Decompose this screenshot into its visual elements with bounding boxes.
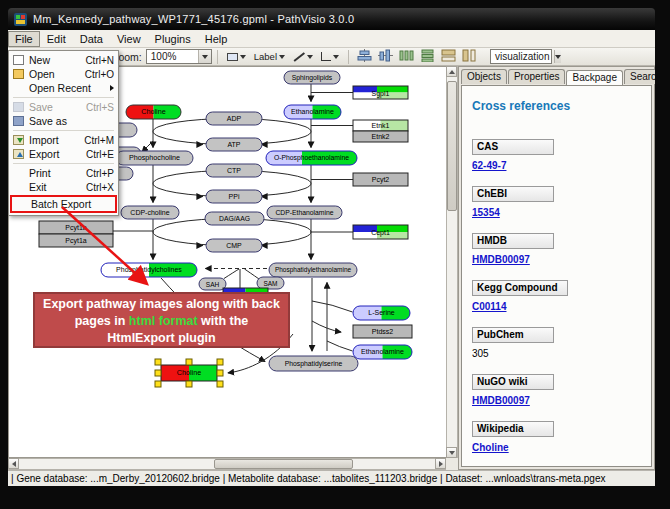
visualization-dropdown-button[interactable] bbox=[554, 50, 561, 63]
scroll-left-button[interactable] bbox=[8, 458, 19, 469]
backpage-section-wikipedia: Wikipedia Choline bbox=[472, 421, 651, 453]
file-menu-item-import[interactable]: Import Ctrl+M bbox=[10, 133, 117, 147]
menu-file[interactable]: File bbox=[8, 31, 40, 47]
tab-properties[interactable]: Properties bbox=[508, 69, 566, 84]
node-sam[interactable]: SAM bbox=[257, 277, 284, 289]
cas-link[interactable]: 62-49-7 bbox=[472, 160, 506, 171]
distribute-vertical-button[interactable] bbox=[420, 49, 435, 64]
node-pcyt1b[interactable]: Pcyt1b bbox=[39, 221, 113, 234]
file-menu-item-save-as[interactable]: Save as bbox=[10, 114, 117, 128]
svg-text:Ptdss2: Ptdss2 bbox=[372, 328, 394, 335]
svg-text:DAG/AAG: DAG/AAG bbox=[219, 215, 250, 222]
node-cmp[interactable]: CMP bbox=[206, 239, 262, 252]
file-menu-item-open[interactable]: Open Ctrl+O bbox=[10, 67, 117, 81]
datanode-tool-button[interactable] bbox=[223, 51, 250, 63]
canvas-horizontal-scrollbar[interactable] bbox=[8, 458, 446, 470]
distribute-horizontal-button[interactable] bbox=[399, 49, 414, 64]
file-menu-item-new[interactable]: New Ctrl+N bbox=[10, 53, 117, 67]
file-menu-item-exit[interactable]: Exit Ctrl+X bbox=[10, 180, 117, 194]
new-file-icon bbox=[13, 55, 24, 65]
label-tool-button[interactable]: Label bbox=[250, 49, 289, 64]
scroll-up-button[interactable] bbox=[446, 66, 457, 77]
node-cdp-choline[interactable]: CDP-choline bbox=[121, 206, 179, 219]
visualization-value: visualization bbox=[491, 51, 553, 62]
chevron-down-icon bbox=[279, 55, 285, 59]
common-width-button[interactable] bbox=[441, 49, 456, 64]
menu-plugins[interactable]: Plugins bbox=[148, 31, 198, 47]
connector-icon bbox=[321, 52, 331, 61]
menu-data[interactable]: Data bbox=[73, 31, 110, 47]
side-panel: Objects Properties Backpage Search Legen… bbox=[458, 66, 655, 470]
align-center-x-button[interactable] bbox=[357, 49, 372, 64]
open-folder-icon bbox=[13, 69, 24, 79]
canvas-vertical-scrollbar[interactable] bbox=[446, 66, 458, 458]
file-menu-dropdown: New Ctrl+N Open Ctrl+O Open Recent Save … bbox=[8, 50, 119, 216]
common-height-button[interactable] bbox=[462, 49, 477, 64]
node-ptdss2[interactable]: Ptdss2 bbox=[353, 325, 412, 338]
node-sah[interactable]: SAH bbox=[199, 278, 226, 290]
node-l-serine[interactable]: L-Serine bbox=[353, 306, 410, 320]
app-icon bbox=[14, 13, 27, 26]
node-sphingolipids[interactable]: Sphingolipids bbox=[284, 71, 340, 84]
hmdb-link[interactable]: HMDB00097 bbox=[472, 254, 530, 265]
datanode-icon bbox=[227, 53, 238, 61]
menu-separator bbox=[13, 130, 114, 131]
section-title: Wikipedia bbox=[472, 421, 554, 437]
node-cept1[interactable]: Cept1 bbox=[353, 225, 408, 239]
callout-line2-pre: pages in bbox=[75, 314, 129, 328]
chebi-link[interactable]: 15354 bbox=[472, 207, 500, 218]
file-menu-item-print[interactable]: Print Ctrl+P bbox=[10, 166, 117, 180]
export-icon bbox=[13, 149, 24, 159]
node-etnk1[interactable]: Etnk1 bbox=[353, 120, 408, 131]
toolbar-separator bbox=[348, 50, 349, 64]
node-phosphatidylserine[interactable]: Phosphatidylserine bbox=[269, 356, 358, 371]
connector-tool-button[interactable] bbox=[317, 50, 343, 63]
node-phosphatidylethanolamine[interactable]: Phosphatidylethanolamine bbox=[269, 263, 357, 277]
node-ctp[interactable]: CTP bbox=[206, 164, 262, 177]
node-choline-selected[interactable]: Choline bbox=[155, 359, 223, 387]
node-phosphatidylcholines[interactable]: Phosphatidylcholines bbox=[101, 263, 197, 277]
node-phosphocholine[interactable]: Phosphocholine bbox=[116, 151, 193, 165]
kegg-link[interactable]: C00114 bbox=[472, 301, 506, 312]
node-pcyt1a[interactable]: Pcyt1a bbox=[39, 234, 113, 247]
line-tool-button[interactable] bbox=[289, 50, 317, 64]
wikipedia-link[interactable]: Choline bbox=[472, 442, 509, 453]
node-dag-aag[interactable]: DAG/AAG bbox=[205, 212, 264, 225]
save-icon bbox=[13, 102, 24, 112]
zoom-dropdown-button[interactable] bbox=[198, 50, 211, 63]
node-adp[interactable]: ADP bbox=[206, 112, 262, 125]
node-choline[interactable]: Choline bbox=[126, 105, 181, 119]
node-sgpl1[interactable]: Sgpl1 bbox=[353, 86, 408, 99]
node-cdp-ethanolamine[interactable]: CDP-Ethanolamine bbox=[267, 206, 342, 219]
tab-backpage[interactable]: Backpage bbox=[566, 70, 622, 85]
align-center-y-button[interactable] bbox=[378, 49, 393, 64]
node-ethanolamine-2[interactable]: Ethanolamine bbox=[353, 345, 412, 359]
line-icon bbox=[293, 52, 305, 62]
file-menu-item-batch-export[interactable]: Batch Export bbox=[12, 197, 115, 211]
menu-icon-spacer bbox=[13, 168, 24, 178]
tab-search[interactable]: Search bbox=[624, 69, 655, 84]
tab-objects[interactable]: Objects bbox=[461, 69, 507, 84]
node-etnk2[interactable]: Etnk2 bbox=[353, 131, 408, 142]
horizontal-scroll-thumb[interactable] bbox=[214, 459, 353, 469]
node-ppi[interactable]: PPi bbox=[206, 190, 262, 203]
zoom-combobox[interactable]: 100% bbox=[146, 49, 212, 64]
menu-help[interactable]: Help bbox=[198, 31, 235, 47]
scroll-right-button[interactable] bbox=[435, 458, 446, 469]
svg-text:Etnk2: Etnk2 bbox=[372, 133, 390, 140]
svg-text:Choline: Choline bbox=[141, 107, 165, 116]
backpage-section-pubchem: PubChem 305 bbox=[472, 327, 651, 359]
node-ethanolamine[interactable]: Ethanolamine bbox=[284, 105, 341, 119]
file-menu-item-open-recent[interactable]: Open Recent bbox=[10, 81, 117, 95]
vertical-scroll-thumb[interactable] bbox=[447, 81, 457, 211]
node-o-phosphoethanolamine[interactable]: O-Phosphoethanolamine bbox=[266, 151, 357, 165]
menu-view[interactable]: View bbox=[110, 31, 148, 47]
node-atp[interactable]: ATP bbox=[206, 138, 262, 151]
nugo-link[interactable]: HMDB00097 bbox=[472, 395, 530, 406]
node-pcyt2[interactable]: Pcyt2 bbox=[353, 173, 408, 186]
menu-edit[interactable]: Edit bbox=[40, 31, 73, 47]
scroll-down-button[interactable] bbox=[446, 447, 457, 458]
file-menu-item-export[interactable]: Export Ctrl+E bbox=[10, 147, 117, 161]
batch-export-highlight-box: Batch Export bbox=[10, 195, 117, 213]
visualization-combobox[interactable]: visualization bbox=[490, 49, 552, 64]
